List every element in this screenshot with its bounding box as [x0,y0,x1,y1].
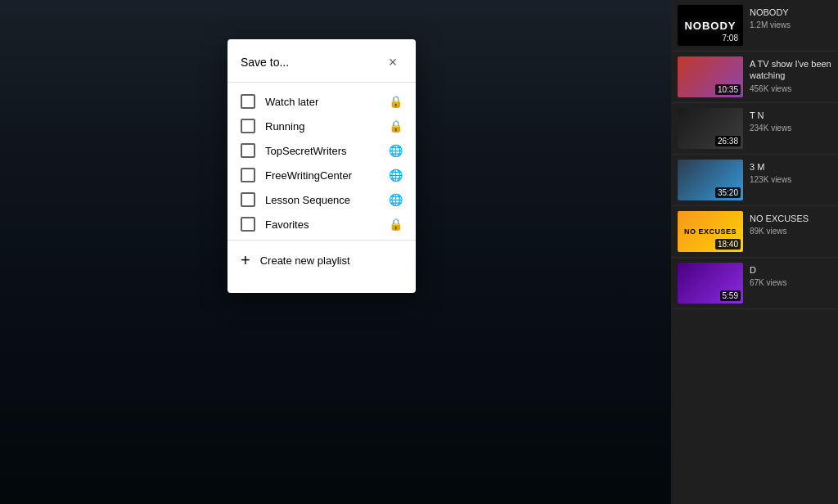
playlist-name: Favorites [265,218,379,231]
playlist-checkbox[interactable] [241,192,255,207]
playlist-checkbox[interactable] [241,168,255,182]
modal-header: Save to... × [228,52,416,83]
playlist-checkbox[interactable] [241,143,255,158]
close-button[interactable]: × [383,52,403,72]
lock-icon: 🔒 [389,95,403,108]
create-new-label: Create new playlist [260,254,350,267]
lock-icon: 🔒 [389,218,403,231]
modal-title: Save to... [241,56,289,69]
close-icon: × [389,54,398,71]
playlist-name: Lesson Sequence [265,194,379,206]
playlist-checkbox[interactable] [241,217,255,232]
playlist-item-favorites[interactable]: Favorites 🔒 [228,212,416,236]
playlist-item-free-writing-center[interactable]: FreeWritingCenter 🌐 [228,163,416,187]
globe-icon: 🌐 [389,144,403,157]
playlist-name: Running [265,120,379,133]
lock-icon: 🔒 [389,119,403,133]
create-new-playlist-button[interactable]: + Create new playlist [228,244,416,277]
save-to-modal: Save to... × Watch later 🔒 Running 🔒 [228,39,416,293]
playlist-list: Watch later 🔒 Running 🔒 TopSecretWriters… [228,83,416,283]
playlist-name: FreeWritingCenter [265,169,379,182]
playlist-item-top-secret-writers[interactable]: TopSecretWriters 🌐 [228,138,416,163]
playlist-name: Watch later [265,96,379,108]
divider [228,240,416,241]
playlist-item-lesson-sequence[interactable]: Lesson Sequence 🌐 [228,187,416,212]
modal-overlay: Save to... × Watch later 🔒 Running 🔒 [0,0,838,504]
playlist-item-watch-later[interactable]: Watch later 🔒 [228,89,416,114]
globe-icon: 🌐 [389,169,403,182]
globe-icon: 🌐 [389,193,403,206]
playlist-item-running[interactable]: Running 🔒 [228,114,416,138]
playlist-name: TopSecretWriters [265,145,379,157]
plus-icon: + [241,252,250,268]
playlist-checkbox[interactable] [241,119,255,133]
playlist-checkbox[interactable] [241,94,255,109]
